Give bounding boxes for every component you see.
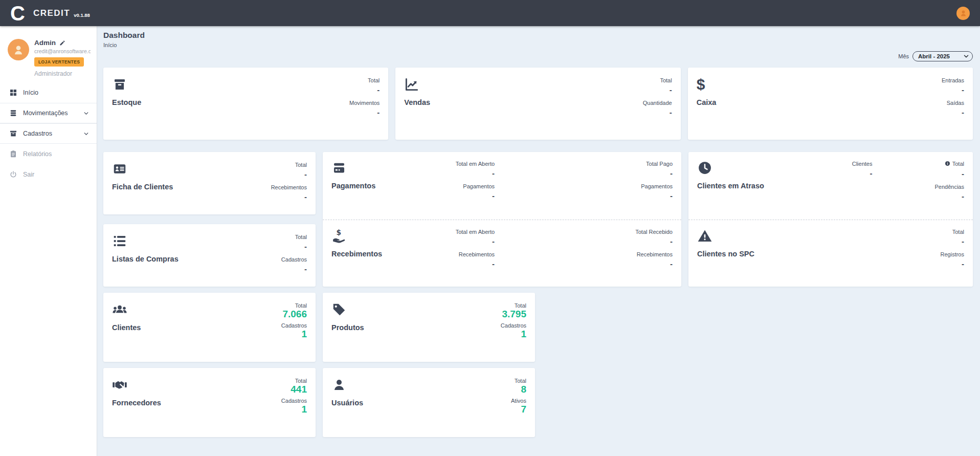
card-fornecedores: Fornecedores Total 441 Cadastros 1 — [103, 368, 316, 437]
sidebar-item-relatorios[interactable]: Relatórios — [0, 144, 97, 164]
database-icon — [9, 109, 17, 117]
card-stats: Total - Registros - — [784, 228, 964, 279]
user-email: credit@anronsoftware.co... — [34, 48, 91, 54]
sidebar-item-label: Movimentações — [23, 110, 68, 117]
month-select[interactable]: Abril - 2025 — [912, 51, 973, 61]
card-title: Clientes em Atraso — [697, 182, 764, 190]
card-title: Vendas — [404, 98, 430, 106]
card-title: Pagamentos — [331, 182, 375, 190]
credit-card-icon — [331, 160, 347, 176]
user-avatar-icon[interactable] — [956, 7, 970, 20]
box-icon — [9, 129, 17, 138]
warning-triangle-icon — [697, 228, 712, 244]
power-icon — [9, 170, 17, 179]
sidebar-item-inicio[interactable]: Início — [0, 82, 97, 103]
id-card-icon — [112, 161, 127, 177]
card-title: Estoque — [112, 98, 141, 106]
card-title: Listas de Compras — [112, 255, 179, 263]
sidebar-item-label: Cadastros — [23, 130, 52, 137]
card-stats: Total - Cadastros - — [281, 233, 307, 277]
card-stats: Total em Aberto - Pagamentos - Total Pag… — [418, 160, 673, 211]
clipboard-icon — [9, 150, 17, 158]
card-pagamentos-recebimentos: Pagamentos Total em Aberto - Pagamentos … — [323, 152, 681, 287]
card-stats: Total - Quantidade - — [643, 77, 672, 131]
breadcrumb: Início — [103, 42, 973, 48]
tag-icon — [331, 302, 347, 317]
info-icon[interactable] — [945, 161, 950, 168]
card-usuarios: Usuários Total 8 Ativos 7 — [323, 368, 535, 437]
card-title: Caixa — [697, 98, 717, 106]
card-stats: Total 441 Cadastros 1 — [281, 377, 307, 428]
card-stats: Clientes - Total - Pendências - — [784, 160, 964, 211]
page-title: Dashboard — [103, 31, 973, 40]
clock-icon — [697, 160, 712, 176]
topbar: C CREDIT v0.1.88 — [0, 0, 980, 26]
sidebar: Admin credit@anronsoftware.co... LOJA VE… — [0, 26, 97, 456]
profile-avatar — [8, 39, 29, 60]
card-caixa: $ Caixa Entradas - Saídas - — [688, 68, 973, 140]
store-badge: LOJA VERTENTES — [34, 57, 84, 67]
chevron-down-icon — [83, 131, 90, 137]
card-stats: Total - Recebimentos - — [271, 161, 307, 205]
card-title: Clientes — [112, 323, 141, 332]
grid-icon — [9, 89, 17, 97]
user-role: Administrador — [34, 70, 91, 77]
user-icon — [331, 377, 347, 393]
sidebar-item-cadastros[interactable]: Cadastros — [0, 123, 97, 144]
card-title: Fornecedores — [112, 399, 161, 407]
logo-icon: C — [10, 3, 25, 24]
brand-name: CREDIT — [33, 8, 70, 18]
chart-line-icon — [404, 77, 419, 92]
card-listas-de-compras: Listas de Compras Total - Cadastros - — [103, 224, 316, 287]
card-stats: Total 8 Ativos 7 — [511, 377, 526, 428]
svg-text:$: $ — [336, 228, 341, 236]
sidebar-nav: Início Movimentações Cadastros Relatório… — [0, 82, 97, 185]
handshake-icon — [112, 377, 127, 393]
user-panel: Admin credit@anronsoftware.co... LOJA VE… — [0, 26, 97, 77]
card-vendas: Vendas Total - Quantidade - — [395, 68, 680, 140]
card-stats: Total em Aberto - Recebimentos - Total R… — [418, 228, 673, 279]
sidebar-item-label: Início — [23, 89, 38, 96]
chevron-down-icon — [963, 53, 969, 59]
card-clientes: Clientes Total 7.066 Cadastros 1 — [103, 293, 316, 362]
sidebar-item-sair[interactable]: Sair — [0, 164, 97, 185]
card-title: Produtos — [331, 323, 364, 332]
users-icon — [112, 302, 127, 317]
hand-holding-dollar-icon: $ — [331, 228, 347, 244]
section-clientes-no-spc: Clientes no SPC Total - Registros - — [688, 220, 973, 287]
edit-pencil-icon[interactable] — [59, 40, 65, 46]
empty-area — [542, 293, 973, 437]
app-version: v0.1.88 — [74, 12, 90, 18]
sidebar-item-label: Relatórios — [23, 150, 52, 158]
card-stats: Total 3.795 Cadastros 1 — [501, 302, 526, 353]
section-pagamentos: Pagamentos Total em Aberto - Pagamentos … — [323, 152, 681, 220]
card-stats: Total - Movimentos - — [349, 77, 380, 131]
card-produtos: Produtos Total 3.795 Cadastros 1 — [323, 293, 535, 362]
section-recebimentos: $ Recebimentos Total em Aberto - Recebim… — [323, 220, 681, 287]
card-stats: Entradas - Saídas - — [942, 77, 964, 131]
list-icon — [112, 233, 127, 249]
card-title: Ficha de Clientes — [112, 183, 173, 191]
card-title: Recebimentos — [331, 250, 382, 258]
dollar-icon: $ — [697, 77, 705, 92]
sidebar-item-label: Sair — [23, 171, 34, 178]
main-content: Dashboard Início Mês Abril - 2025 Estoqu… — [97, 26, 980, 456]
card-clientes-atraso-spc: Clientes em Atraso Clientes - Total - Pe… — [688, 152, 973, 287]
card-title: Clientes no SPC — [697, 250, 754, 258]
sidebar-item-movimentacoes[interactable]: Movimentações — [0, 103, 97, 123]
archive-box-icon — [112, 77, 127, 92]
card-estoque: Estoque Total - Movimentos - — [103, 68, 388, 140]
card-stats: Total 7.066 Cadastros 1 — [281, 302, 307, 353]
month-select-value: Abril - 2025 — [918, 53, 950, 59]
chevron-down-icon — [83, 110, 90, 117]
month-filter-label: Mês — [898, 53, 909, 59]
user-name: Admin — [34, 39, 56, 47]
card-title: Usuários — [331, 399, 363, 407]
section-clientes-em-atraso: Clientes em Atraso Clientes - Total - Pe… — [688, 152, 973, 220]
card-ficha-de-clientes: Ficha de Clientes Total - Recebimentos - — [103, 152, 316, 214]
